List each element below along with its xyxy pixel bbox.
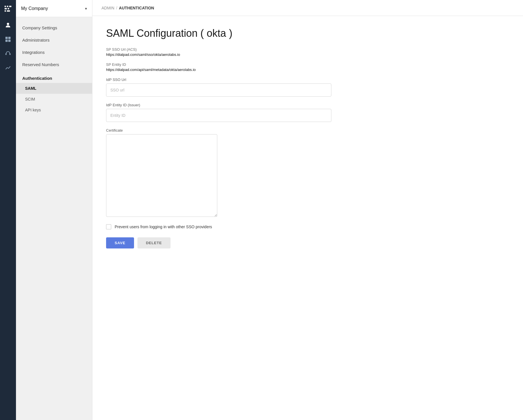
idp-sso-url-label: IdP SSO Url (106, 78, 509, 82)
button-row: SAVE DELETE (106, 237, 509, 248)
svg-rect-9 (8, 37, 11, 39)
sp-sso-url-label: SP SSO Url (ACS) (106, 47, 509, 52)
svg-rect-10 (5, 40, 8, 42)
svg-rect-8 (5, 37, 8, 39)
sidebar-item-integrations[interactable]: Integrations (16, 46, 92, 58)
idp-entity-id-label: IdP Entity ID (Issuer) (106, 103, 509, 107)
rail-icon-grid[interactable] (2, 34, 14, 45)
topbar: ADMIN / AUTHENTICATION (92, 0, 523, 16)
sidebar-item-administrators[interactable]: Administrators (16, 34, 92, 46)
svg-rect-3 (5, 8, 7, 9)
save-button[interactable]: SAVE (106, 237, 134, 248)
idp-sso-url-group: IdP SSO Url (106, 78, 509, 97)
sp-sso-url-section: SP SSO Url (ACS) https://dialpad.com/sam… (106, 47, 509, 57)
sidebar-item-reserved-numbers[interactable]: Reserved Numbers (16, 58, 92, 71)
sidebar-item-scim[interactable]: SCIM (16, 94, 92, 105)
app-logo (3, 4, 13, 14)
sidebar-item-company-settings[interactable]: Company Settings (16, 22, 92, 34)
auth-section-label: Authentication (16, 71, 92, 83)
svg-rect-13 (9, 53, 11, 55)
delete-button[interactable]: DELETE (137, 237, 171, 248)
app-rail (0, 0, 16, 420)
content-area: SAML Configuration ( okta ) SP SSO Url (… (92, 16, 523, 420)
rail-icon-headset[interactable] (2, 48, 14, 59)
sidebar-item-api-keys[interactable]: API keys (16, 105, 92, 115)
sso-providers-checkbox[interactable] (106, 224, 111, 229)
idp-sso-url-input[interactable] (106, 83, 331, 97)
svg-rect-11 (8, 40, 11, 42)
svg-rect-2 (9, 6, 11, 7)
page-title: SAML Configuration ( okta ) (106, 27, 509, 39)
main-area: ADMIN / AUTHENTICATION SAML Configuratio… (92, 0, 523, 420)
rail-icon-person[interactable] (2, 19, 14, 31)
company-name: My Company (21, 6, 48, 11)
svg-rect-12 (5, 53, 7, 55)
svg-point-7 (7, 23, 9, 25)
sp-entity-id-label: SP Entity ID (106, 62, 509, 67)
idp-entity-id-input[interactable] (106, 109, 331, 122)
company-selector[interactable]: My Company ▾ (16, 0, 92, 17)
rail-icon-chart[interactable] (2, 62, 14, 74)
sidebar: My Company ▾ Company Settings Administra… (16, 0, 92, 420)
sidebar-nav: Company Settings Administrators Integrat… (16, 17, 92, 420)
sso-checkbox-label: Prevent users from logging in with other… (115, 225, 212, 229)
breadcrumb-current: AUTHENTICATION (119, 6, 154, 10)
certificate-textarea[interactable] (106, 134, 217, 217)
svg-rect-0 (5, 6, 6, 7)
svg-rect-1 (7, 6, 8, 7)
sso-checkbox-row: Prevent users from logging in with other… (106, 224, 509, 229)
breadcrumb-separator: / (116, 6, 117, 10)
sp-sso-url-value: https://dialpad.com/saml/sso/okta/aerola… (106, 52, 509, 57)
svg-rect-4 (8, 8, 9, 9)
sp-entity-id-value: https://dialpad.com/api/saml/metadata/ok… (106, 68, 509, 72)
svg-rect-6 (7, 10, 10, 12)
certificate-group: Certificate (106, 128, 509, 218)
breadcrumb-parent: ADMIN (102, 6, 114, 10)
idp-entity-id-group: IdP Entity ID (Issuer) (106, 103, 509, 122)
chevron-down-icon: ▾ (85, 6, 87, 11)
certificate-label: Certificate (106, 128, 509, 132)
sidebar-item-saml[interactable]: SAML (16, 83, 92, 94)
sp-entity-id-section: SP Entity ID https://dialpad.com/api/sam… (106, 62, 509, 72)
breadcrumb: ADMIN / AUTHENTICATION (102, 6, 154, 10)
svg-rect-5 (5, 10, 6, 12)
